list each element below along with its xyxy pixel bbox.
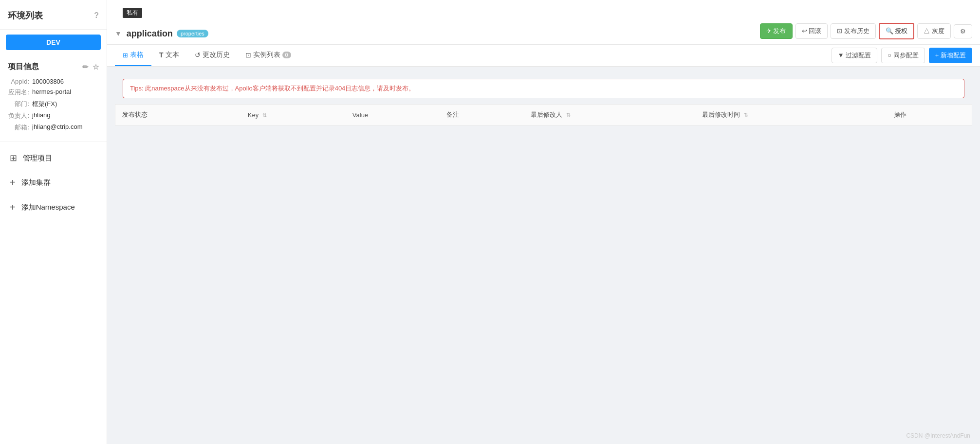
config-table: 发布状态 Key ⇅ Value 备注 最后修改人 [115, 104, 972, 125]
properties-badge: properties [177, 30, 208, 37]
authorize-button[interactable]: 🔍 授权 [879, 23, 915, 39]
add-namespace-label: 添加Namespace [21, 203, 75, 212]
appname-field: 应用名: hermes-portal [8, 88, 99, 97]
project-info-header: 项目信息 ✏ ☆ [8, 62, 99, 72]
main-content: 私有 ▼ application properties ✈ 发布 ↩ 回滚 ⊡ … [107, 0, 980, 444]
manage-project-item[interactable]: ⊞ 管理项目 [0, 146, 107, 170]
edit-icon[interactable]: ✏ [82, 63, 89, 71]
manage-project-icon: ⊞ [10, 153, 17, 163]
header-actions: ✈ 发布 ↩ 回滚 ⊡ 发布历史 🔍 授权 △ 灰度 ⚙ [760, 23, 972, 44]
config-table-area: 发布状态 Key ⇅ Value 备注 最后修改人 [107, 104, 980, 125]
add-cluster-item[interactable]: + 添加集群 [0, 170, 107, 195]
new-config-button[interactable]: + 新增配置 [929, 48, 972, 63]
star-icon[interactable]: ☆ [92, 63, 99, 71]
email-value: jhliang@ctrip.com [32, 123, 83, 132]
dept-value: 框架(FX) [32, 100, 57, 108]
time-sort-icon[interactable]: ⇅ [744, 112, 748, 118]
email-label: 邮箱: [8, 123, 29, 132]
text-tab-label: 文本 [166, 51, 179, 59]
email-field: 邮箱: jhliang@ctrip.com [8, 123, 99, 132]
add-namespace-icon: + [10, 202, 16, 213]
content-header: ▼ application properties ✈ 发布 ↩ 回滚 ⊡ 发布历… [107, 18, 980, 45]
appid-field: AppId: 100003806 [8, 78, 99, 85]
warning-container: Tips: 此namespace从来没有发布过，Apollo客户端将获取不到配置… [107, 67, 980, 98]
owner-label: 负责人: [8, 111, 29, 120]
appid-value: 100003806 [32, 78, 64, 85]
private-badge: 私有 [123, 8, 142, 18]
manage-project-label: 管理项目 [23, 154, 52, 163]
owner-value: jhliang [32, 111, 51, 120]
dept-label: 部门: [8, 100, 29, 108]
table-tab-icon: ⊞ [123, 52, 128, 59]
table-actions: ▼ 过滤配置 ○ 同步配置 + 新增配置 [832, 48, 972, 63]
modifier-sort-icon[interactable]: ⇅ [566, 112, 571, 118]
table-tab-label: 表格 [130, 51, 144, 59]
col-remark: 备注 [440, 105, 524, 125]
sidebar: 环境列表 ? DEV 项目信息 ✏ ☆ AppId: 100003806 应用名… [0, 0, 107, 444]
owner-field: 负责人: jhliang [8, 111, 99, 120]
add-cluster-label: 添加集群 [21, 178, 51, 187]
sidebar-menu: ⊞ 管理项目 + 添加集群 + 添加Namespace [0, 142, 107, 224]
collapse-icon[interactable]: ▼ [115, 30, 122, 37]
sidebar-header: 环境列表 ? [0, 0, 107, 30]
tab-history[interactable]: ↺ 更改历史 [187, 45, 238, 66]
dev-env-button[interactable]: DEV [6, 35, 101, 50]
project-info-section: 项目信息 ✏ ☆ AppId: 100003806 应用名: hermes-po… [0, 55, 107, 142]
warning-message: Tips: 此namespace从来没有发布过，Apollo客户端将获取不到配置… [123, 79, 964, 98]
settings-button[interactable]: ⚙ [954, 24, 972, 38]
col-value: Value [346, 105, 440, 125]
col-last-modifier: 最后修改人 ⇅ [524, 105, 695, 125]
gray-button[interactable]: △ 灰度 [917, 23, 951, 39]
table-header-row: 发布状态 Key ⇅ Value 备注 最后修改人 [115, 105, 972, 125]
appid-label: AppId: [8, 78, 29, 85]
publish-button[interactable]: ✈ 发布 [760, 23, 793, 39]
history-tab-label: 更改历史 [203, 51, 230, 59]
instances-tab-badge: 0 [282, 52, 291, 58]
app-title: application [127, 29, 173, 39]
tab-instances[interactable]: ⊡ 实例列表 0 [238, 45, 299, 66]
col-last-modified-time: 最后修改时间 ⇅ [695, 105, 887, 125]
add-cluster-icon: + [10, 177, 16, 188]
watermark: CSDN @InterestAndFun [906, 432, 970, 439]
dept-field: 部门: 框架(FX) [8, 100, 99, 108]
project-info-title: 项目信息 [8, 62, 39, 72]
help-icon[interactable]: ? [94, 11, 99, 20]
appname-value: hermes-portal [32, 88, 71, 97]
col-actions: 操作 [887, 105, 972, 125]
appname-label: 应用名: [8, 88, 29, 97]
text-tab-icon: T [159, 51, 164, 59]
history-tab-icon: ↺ [195, 51, 201, 59]
sync-button[interactable]: ○ 同步配置 [881, 48, 925, 63]
content-area: Tips: 此namespace从来没有发布过，Apollo客户端将获取不到配置… [107, 67, 980, 444]
col-key: Key ⇅ [241, 105, 346, 125]
add-namespace-item[interactable]: + 添加Namespace [0, 195, 107, 220]
history-button[interactable]: ⊡ 发布历史 [831, 23, 876, 39]
col-publish-status: 发布状态 [115, 105, 241, 125]
instances-tab-label: 实例列表 [253, 51, 280, 59]
env-list-title: 环境列表 [8, 10, 43, 21]
rollback-button[interactable]: ↩ 回滚 [795, 23, 828, 39]
instances-tab-icon: ⊡ [245, 51, 251, 59]
project-info-icons: ✏ ☆ [82, 63, 99, 71]
tab-table[interactable]: ⊞ 表格 [115, 45, 151, 66]
header-left: ▼ application properties [115, 29, 208, 39]
tabs-bar: ⊞ 表格 T 文本 ↺ 更改历史 ⊡ 实例列表 0 [115, 45, 299, 66]
key-sort-icon[interactable]: ⇅ [262, 112, 267, 118]
filter-button[interactable]: ▼ 过滤配置 [832, 48, 877, 63]
tab-text[interactable]: T 文本 [151, 45, 187, 66]
